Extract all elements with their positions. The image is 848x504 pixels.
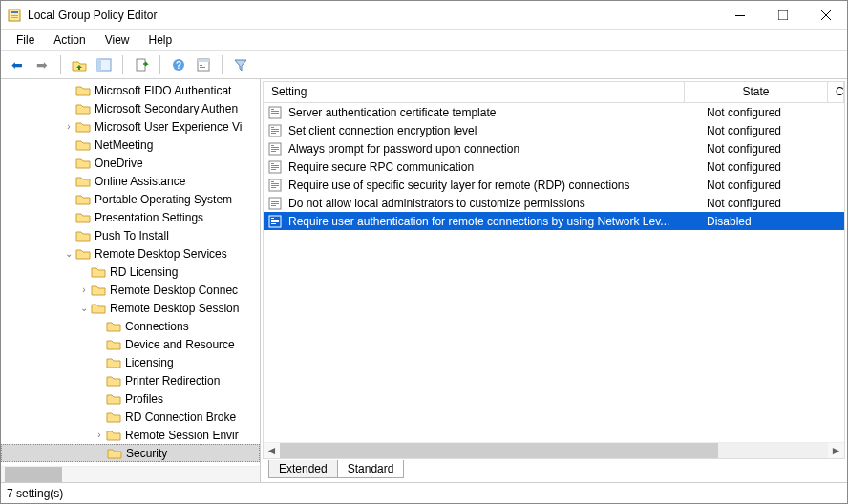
column-state[interactable]: State	[685, 82, 828, 102]
tab-extended[interactable]: Extended	[268, 460, 338, 478]
tree-item[interactable]: Licensing	[1, 353, 260, 371]
setting-row[interactable]: Server authentication certificate templa…	[264, 103, 844, 121]
app-icon	[7, 8, 22, 23]
tree-item-label: Profiles	[125, 392, 163, 406]
setting-icon	[267, 141, 283, 157]
forward-button[interactable]: ➡	[32, 54, 53, 75]
svg-rect-1	[11, 11, 18, 13]
tree-item-label: Licensing	[125, 356, 174, 369]
setting-name: Require user authentication for remote c…	[283, 215, 701, 228]
menu-help[interactable]: Help	[141, 32, 180, 49]
tree-item[interactable]: Connections	[1, 317, 260, 335]
tree-item[interactable]: RD Licensing	[1, 262, 260, 281]
tree-item[interactable]: Online Assistance	[1, 172, 260, 190]
minimize-button[interactable]	[718, 1, 761, 30]
folder-icon	[75, 228, 91, 243]
setting-state: Not configured	[701, 142, 844, 156]
setting-icon	[267, 214, 283, 229]
svg-rect-18	[271, 109, 274, 110]
tree-item[interactable]: Printer Redirection	[1, 371, 260, 389]
export-list-button[interactable]	[131, 54, 152, 75]
tree-item[interactable]: Microsoft Secondary Authen	[1, 99, 260, 117]
tree-item[interactable]: Presentation Settings	[1, 208, 260, 226]
tree-item[interactable]: Portable Operating System	[1, 190, 260, 208]
policy-tree[interactable]: Microsoft FIDO AuthenticatMicrosoft Seco…	[1, 79, 260, 466]
back-button[interactable]: ⬅	[7, 54, 28, 75]
svg-rect-38	[271, 181, 274, 182]
tree-item-label: NetMeeting	[95, 138, 153, 152]
scroll-left-icon[interactable]: ◄	[264, 443, 280, 459]
tree-item[interactable]: Push To Install	[1, 226, 260, 244]
list-header: Setting State C	[264, 82, 844, 103]
close-button[interactable]	[804, 1, 847, 30]
svg-rect-31	[271, 151, 276, 152]
expander-open-icon[interactable]: ⌄	[62, 247, 75, 261]
folder-icon	[75, 101, 91, 116]
svg-rect-21	[271, 115, 276, 116]
properties-button[interactable]	[193, 54, 214, 75]
svg-rect-39	[271, 183, 279, 184]
tab-standard[interactable]: Standard	[338, 460, 405, 478]
toolbar: ⬅ ➡ ?	[1, 51, 847, 79]
tree-item[interactable]: Security	[1, 444, 260, 462]
tree-scroll[interactable]: Microsoft FIDO AuthenticatMicrosoft Seco…	[1, 79, 260, 466]
folder-icon	[106, 319, 121, 334]
setting-row[interactable]: Require use of specific security layer f…	[264, 176, 844, 194]
tree-item-label: Security	[126, 447, 167, 460]
scroll-right-icon[interactable]: ►	[828, 443, 844, 459]
settings-list[interactable]: Server authentication certificate templa…	[264, 103, 844, 442]
menu-view[interactable]: View	[97, 32, 138, 49]
tree-item-label: Microsoft User Experience Vi	[95, 120, 243, 134]
tree-item[interactable]: ›Microsoft User Experience Vi	[1, 117, 260, 136]
toolbar-separator	[222, 55, 223, 74]
svg-rect-30	[271, 149, 279, 150]
svg-rect-26	[271, 133, 276, 134]
column-more[interactable]: C	[828, 82, 844, 102]
tree-item[interactable]: ›Remote Session Envir	[1, 426, 260, 444]
tree-item-label: Device and Resource	[125, 338, 235, 351]
menu-action[interactable]: Action	[46, 32, 93, 49]
folder-icon	[75, 119, 91, 135]
menu-file[interactable]: File	[9, 32, 42, 49]
tree-item-label: Remote Desktop Connec	[110, 284, 238, 297]
svg-rect-49	[271, 220, 279, 220]
tree-item[interactable]: ⌄Remote Desktop Services	[1, 244, 260, 262]
toolbar-separator	[159, 55, 160, 74]
expander-closed-icon[interactable]: ›	[93, 429, 106, 442]
tree-hscrollbar[interactable]	[1, 466, 260, 482]
tree-item[interactable]: ›Remote Desktop Connec	[1, 281, 260, 299]
column-setting[interactable]: Setting	[264, 82, 685, 102]
expander-closed-icon[interactable]: ›	[62, 120, 75, 134]
setting-row[interactable]: Do not allow local administrators to cus…	[264, 194, 844, 212]
tree-item-label: Portable Operating System	[95, 193, 232, 206]
tree-item[interactable]: Device and Resource	[1, 335, 260, 353]
tree-item[interactable]: RD Connection Broke	[1, 408, 260, 426]
help-button[interactable]: ?	[168, 54, 189, 75]
tree-item-label: RD Connection Broke	[125, 410, 236, 424]
svg-rect-20	[271, 113, 279, 114]
tree-item[interactable]: ⌄Remote Desktop Session	[1, 299, 260, 317]
expander-open-icon[interactable]: ⌄	[77, 302, 91, 315]
expander-closed-icon[interactable]: ›	[77, 284, 91, 297]
folder-icon	[75, 83, 91, 98]
list-hscrollbar[interactable]: ◄ ►	[264, 442, 844, 458]
filter-button[interactable]	[230, 54, 251, 75]
svg-rect-36	[271, 169, 276, 170]
tree-item[interactable]: Microsoft FIDO Authenticat	[1, 81, 260, 99]
svg-rect-25	[271, 131, 279, 132]
setting-row[interactable]: Always prompt for password upon connecti…	[264, 139, 844, 158]
show-hide-tree-button[interactable]	[94, 54, 115, 75]
setting-row[interactable]: Require secure RPC communicationNot conf…	[264, 158, 844, 176]
tree-item-label: Remote Desktop Session	[110, 302, 239, 315]
svg-rect-48	[271, 218, 274, 219]
maximize-button[interactable]	[761, 1, 804, 30]
tree-item[interactable]: NetMeeting	[1, 136, 260, 154]
folder-icon	[106, 410, 121, 425]
setting-icon	[267, 196, 283, 211]
setting-row[interactable]: Require user authentication for remote c…	[264, 212, 844, 230]
tree-item[interactable]: OneDrive	[1, 154, 260, 172]
svg-rect-33	[271, 163, 274, 164]
tree-item[interactable]: Profiles	[1, 389, 260, 408]
setting-row[interactable]: Set client connection encryption levelNo…	[264, 121, 844, 139]
up-one-level-button[interactable]	[69, 54, 90, 75]
